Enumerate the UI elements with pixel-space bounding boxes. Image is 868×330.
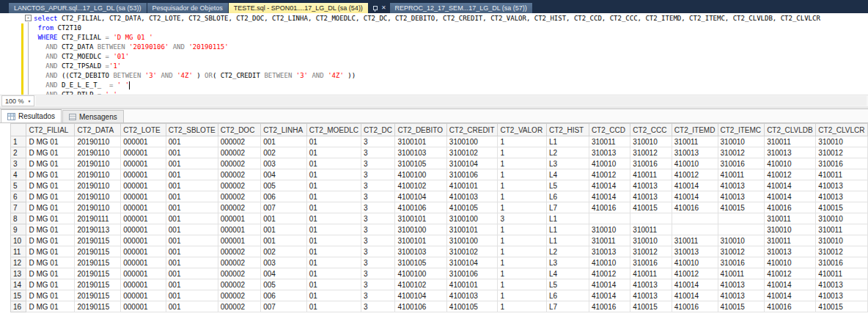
grid-cell[interactable]: 3100100 — [446, 213, 498, 224]
grid-cell[interactable]: 3 — [361, 246, 395, 257]
grid-cell[interactable]: L7 — [546, 301, 589, 312]
grid-cell[interactable]: D MG 01 — [26, 279, 75, 290]
grid-cell[interactable]: 3100100 — [395, 224, 446, 235]
grid-cell[interactable]: 000002 — [218, 202, 260, 213]
grid-cell[interactable]: 3100105 — [395, 257, 446, 268]
grid-cell[interactable]: 001 — [261, 224, 307, 235]
grid-cell[interactable]: 01 — [306, 268, 361, 279]
grid-cell[interactable]: 310011 — [765, 213, 816, 224]
grid-cell[interactable]: L7 — [546, 202, 589, 213]
grid-cell[interactable]: 410014 — [672, 180, 718, 191]
grid-cell[interactable]: 001 — [166, 136, 218, 147]
grid-cell[interactable] — [630, 213, 672, 224]
grid-cell[interactable]: 20190115 — [75, 279, 121, 290]
sql-editor[interactable]: -select CT2_FILIAL, CT2_DATA, CT2_LOTE, … — [0, 13, 868, 95]
grid-cell[interactable]: L2 — [546, 246, 589, 257]
grid-cell[interactable]: D MG 01 — [26, 191, 75, 202]
grid-cell[interactable]: 20190110 — [75, 136, 121, 147]
grid-cell[interactable]: 005 — [261, 279, 307, 290]
grid-cell[interactable]: 3 — [361, 301, 395, 312]
grid-cell[interactable]: 004 — [261, 169, 307, 180]
close-icon[interactable]: ✕ — [381, 3, 386, 13]
grid-cell[interactable]: 1 — [498, 202, 546, 213]
grid-cell[interactable]: 01 — [306, 202, 361, 213]
grid-cell[interactable]: 3100102 — [446, 246, 498, 257]
grid-cell[interactable]: 000002 — [218, 301, 260, 312]
grid-cell[interactable]: 3 — [361, 136, 395, 147]
grid-cell[interactable]: 410016 — [765, 202, 816, 213]
grid-cell[interactable]: 410014 — [589, 290, 630, 301]
grid-cell[interactable]: 1 — [498, 224, 546, 235]
grid-cell[interactable]: 000001 — [121, 180, 166, 191]
grid-cell[interactable]: 000002 — [218, 147, 260, 158]
code-line-7[interactable]: AND ((CT2_DEBITO BETWEEN '3' AND '4Z' ) … — [0, 71, 868, 81]
grid-cell[interactable]: 001 — [166, 290, 218, 301]
grid-cell[interactable]: 410014 — [589, 191, 630, 202]
grid-cell[interactable]: 4100106 — [395, 301, 446, 312]
grid-cell[interactable]: 000002 — [218, 180, 260, 191]
grid-cell[interactable]: 310010 — [718, 136, 765, 147]
code-line-1[interactable]: -select CT2_FILIAL, CT2_DATA, CT2_LOTE, … — [0, 14, 868, 23]
grid-cell[interactable]: 310011 — [589, 235, 630, 246]
grid-cell[interactable]: 000001 — [121, 147, 166, 158]
grid-cell[interactable]: 310012 — [630, 147, 672, 158]
column-header-CT2_ITEMD[interactable]: CT2_ITEMD — [672, 124, 718, 136]
grid-cell[interactable]: 000002 — [218, 257, 260, 268]
grid-cell[interactable]: 3 — [361, 268, 395, 279]
grid-cell[interactable]: 410014 — [765, 180, 816, 191]
code-line-5[interactable]: AND CT2_MOEDLC = '01' — [0, 52, 868, 62]
grid-cell[interactable]: 1 — [498, 235, 546, 246]
row-header-4[interactable]: 4 — [11, 169, 26, 180]
column-header-CT2_SBLOTE[interactable]: CT2_SBLOTE — [166, 124, 218, 136]
grid-cell[interactable]: 3 — [361, 147, 395, 158]
grid-cell[interactable]: 410010 — [672, 257, 718, 268]
grid-cell[interactable]: 003 — [261, 158, 307, 169]
code-line-8[interactable]: AND D_E_L_E_T_ = ' ' — [0, 81, 868, 90]
grid-cell[interactable]: 001 — [166, 213, 218, 224]
row-header-10[interactable]: 10 — [11, 235, 26, 246]
grid-cell[interactable]: 310016 — [816, 158, 868, 169]
grid-cell[interactable]: 000001 — [121, 246, 166, 257]
grid-cell[interactable]: 001 — [166, 147, 218, 158]
grid-cell[interactable]: 000002 — [218, 169, 260, 180]
grid-cell[interactable]: 000002 — [218, 158, 260, 169]
grid-cell[interactable] — [589, 213, 630, 224]
row-header-16[interactable]: 16 — [11, 301, 26, 312]
grid-cell[interactable]: 310011 — [765, 136, 816, 147]
column-header-CT2_DOC[interactable]: CT2_DOC — [218, 124, 260, 136]
grid-cell[interactable]: 1 — [498, 158, 546, 169]
row-header-5[interactable]: 5 — [11, 180, 26, 191]
grid-cell[interactable]: 001 — [166, 180, 218, 191]
grid-cell[interactable]: 410013 — [630, 191, 672, 202]
grid-cell[interactable]: 4100103 — [446, 191, 498, 202]
grid-cell[interactable]: 310010 — [630, 136, 672, 147]
grid-cell[interactable]: 000002 — [218, 268, 260, 279]
grid-cell[interactable]: 001 — [166, 257, 218, 268]
grid-cell[interactable]: 1 — [498, 301, 546, 312]
grid-cell[interactable]: D MG 01 — [26, 301, 75, 312]
grid-cell[interactable]: 20190110 — [75, 202, 121, 213]
grid-cell[interactable]: 01 — [306, 158, 361, 169]
grid-cell[interactable]: 310010 — [765, 224, 816, 235]
grid-cell[interactable]: 4100103 — [446, 290, 498, 301]
grid-cell[interactable]: 4100104 — [395, 191, 446, 202]
grid-cell[interactable]: 007 — [261, 202, 307, 213]
grid-cell[interactable]: 4100105 — [446, 202, 498, 213]
grid-cell[interactable]: 20190113 — [75, 224, 121, 235]
code-line-2[interactable]: from CT2T10 — [0, 23, 868, 33]
grid-cell[interactable]: 410010 — [589, 257, 630, 268]
grid-cell[interactable]: 20190115 — [75, 301, 121, 312]
grid-cell[interactable]: 1 — [498, 147, 546, 158]
grid-cell[interactable]: 1 — [498, 279, 546, 290]
grid-cell[interactable]: 4100102 — [395, 279, 446, 290]
grid-cell[interactable]: 001 — [166, 169, 218, 180]
grid-cell[interactable]: D MG 01 — [26, 246, 75, 257]
grid-cell[interactable]: 3100101 — [395, 235, 446, 246]
grid-cell[interactable]: 4100101 — [446, 180, 498, 191]
grid-cell[interactable]: 20190110 — [75, 158, 121, 169]
grid-cell[interactable]: 000001 — [121, 136, 166, 147]
grid-cell[interactable]: 410016 — [765, 301, 816, 312]
grid-cell[interactable]: 001 — [166, 158, 218, 169]
grid-cell[interactable]: L6 — [546, 191, 589, 202]
grid-cell[interactable]: D MG 01 — [26, 235, 75, 246]
